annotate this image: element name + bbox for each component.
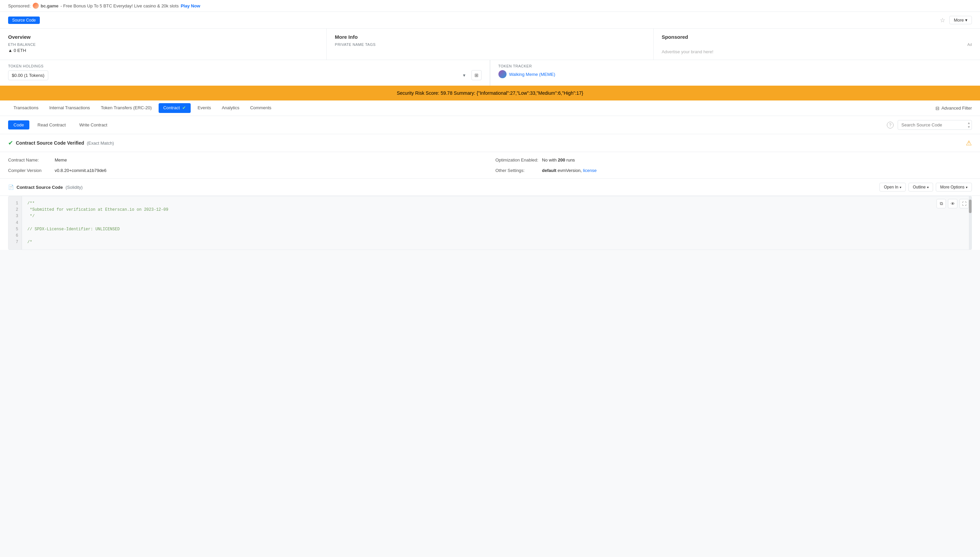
tab-events[interactable]: Events: [192, 101, 216, 116]
more-options-button[interactable]: More Options ▾: [936, 183, 972, 192]
search-arrow-up[interactable]: ▲: [967, 121, 970, 125]
filter-icon: ⊟: [936, 106, 939, 111]
copy-icon: ⧉: [940, 201, 943, 206]
contract-name-value: Meme: [55, 158, 67, 163]
sponsored-bar: Sponsored: bc.game - Free Bonus Up To 5 …: [0, 0, 980, 12]
ad-text: Advertise your brand here!: [662, 49, 972, 54]
optimization-value: No with 200 runs: [542, 158, 575, 163]
tab-contract[interactable]: Contract ✔: [158, 103, 191, 113]
sub-tabs-row: Code Read Contract Write Contract ? ▲ ▼: [0, 116, 980, 134]
license-link[interactable]: license: [583, 168, 596, 173]
sub-tab-code[interactable]: Code: [8, 121, 29, 129]
security-banner: Security Risk Score: 59.78 Summary: {"In…: [0, 86, 980, 101]
source-code-actions: Open In ▾ Outline ▾ More Options ▾: [879, 183, 972, 192]
help-icon[interactable]: ?: [887, 122, 893, 129]
main-content: ✔ Contract Source Code Verified (Exact M…: [0, 134, 980, 250]
source-code-badge: Source Code: [8, 16, 40, 24]
sponsored-label: Sponsored:: [8, 3, 31, 8]
tabs-bar: Transactions Internal Transactions Token…: [0, 101, 980, 116]
search-source-wrapper: ▲ ▼: [898, 120, 972, 130]
search-source-input[interactable]: [898, 120, 972, 130]
ad-label: Ad: [662, 42, 972, 47]
more-options-label: More Options: [940, 185, 964, 189]
sponsored-message: - Free Bonus Up To 5 BTC Everyday! Live …: [60, 3, 178, 8]
other-settings-row: Other Settings: default evmVersion, lice…: [495, 168, 972, 173]
token-icon-button[interactable]: ⊞: [472, 70, 482, 80]
token-tracker-card: TOKEN TRACKER Walking Meme (MEME): [490, 60, 980, 86]
more-options-chevron-icon: ▾: [966, 186, 967, 189]
optimization-runs: 200: [558, 158, 565, 163]
advanced-filter-button[interactable]: ⊟ Advanced Filter: [936, 103, 972, 114]
compiler-version-label: Compiler Version: [8, 168, 52, 173]
overview-card: Overview ETH BALANCE ▲ 0 ETH: [0, 29, 327, 60]
sub-tab-write-contract[interactable]: Write Contract: [74, 121, 113, 129]
optimization-suffix: with: [549, 158, 557, 163]
outline-button[interactable]: Outline ▾: [908, 183, 933, 192]
expand-icon: ⛶: [962, 201, 967, 206]
token-holdings-label: TOKEN HOLDINGS: [8, 64, 482, 68]
eth-balance-value: ▲ 0 ETH: [8, 48, 318, 53]
search-arrows: ▲ ▼: [967, 121, 970, 129]
eth-balance-label: ETH BALANCE: [8, 42, 318, 47]
tab-contract-label: Contract: [163, 105, 180, 110]
token-name-link[interactable]: Walking Meme (MEME): [509, 72, 555, 77]
more-button[interactable]: More ▾: [949, 16, 972, 24]
sponsored-card: Sponsored Ad Advertise your brand here!: [654, 29, 980, 60]
tab-transactions-label: Transactions: [13, 105, 38, 110]
tab-internal-transactions[interactable]: Internal Transactions: [44, 101, 95, 116]
source-code-title-text: Contract Source Code: [16, 185, 63, 190]
more-label: More: [954, 18, 964, 23]
tab-comments[interactable]: Comments: [245, 101, 277, 116]
other-settings-label: Other Settings:: [495, 168, 539, 173]
outline-label: Outline: [913, 185, 926, 189]
warning-icon: ⚠: [966, 139, 972, 147]
scrollbar-track: [969, 196, 972, 249]
sub-tab-read-contract[interactable]: Read Contract: [32, 121, 71, 129]
tab-token-transfers[interactable]: Token Transfers (ERC-20): [95, 101, 157, 116]
sub-tab-write-contract-label: Write Contract: [79, 122, 107, 127]
play-now-link[interactable]: Play Now: [181, 3, 200, 8]
top-nav: Source Code ☆ More ▾: [0, 12, 980, 29]
source-code-title: 📄 Contract Source Code (Solidity): [8, 184, 83, 190]
verified-check-icon: ✔: [8, 139, 13, 147]
overview-title: Overview: [8, 34, 318, 40]
token-select[interactable]: $0.00 (1 Tokens): [8, 70, 48, 80]
code-line-2: *Submitted for verification at Etherscan…: [27, 207, 966, 213]
search-arrow-down[interactable]: ▼: [967, 125, 970, 129]
security-text: Security Risk Score: 59.78 Summary: {"In…: [397, 90, 583, 96]
tab-comments-label: Comments: [250, 105, 271, 110]
private-name-tags-label: PRIVATE NAME TAGS: [335, 42, 645, 47]
sub-tab-read-contract-label: Read Contract: [38, 122, 66, 127]
outline-chevron-icon: ▾: [927, 186, 929, 189]
sponsored-card-title: Sponsored: [662, 34, 972, 40]
contract-name-label: Contract Name:: [8, 158, 52, 163]
tab-transactions[interactable]: Transactions: [8, 101, 44, 116]
bc-icon: [33, 3, 39, 9]
expand-button[interactable]: ⛶: [959, 199, 969, 208]
top-nav-right: ☆ More ▾: [940, 16, 972, 24]
code-line-3: */: [27, 213, 966, 220]
verified-left: ✔ Contract Source Code Verified (Exact M…: [8, 139, 114, 147]
contract-details: Contract Name: Meme Optimization Enabled…: [0, 152, 980, 179]
optimization-runs-suffix: runs: [566, 158, 575, 163]
sub-tabs-group: Code Read Contract Write Contract: [8, 121, 113, 129]
token-row: TOKEN HOLDINGS $0.00 (1 Tokens) ⊞ TOKEN …: [0, 60, 980, 86]
tab-events-label: Events: [198, 105, 211, 110]
more-info-card: More Info PRIVATE NAME TAGS: [327, 29, 653, 60]
eye-button[interactable]: 👁: [948, 199, 957, 208]
scrollbar-thumb[interactable]: [969, 200, 972, 213]
optimization-row: Optimization Enabled: No with 200 runs: [495, 158, 972, 163]
tab-token-transfers-label: Token Transfers (ERC-20): [101, 105, 152, 110]
tab-analytics[interactable]: Analytics: [216, 101, 245, 116]
copy-button[interactable]: ⧉: [936, 199, 946, 208]
more-info-title: More Info: [335, 34, 645, 40]
compiler-version-row: Compiler Version v0.8.20+commit.a1b79de6: [8, 168, 485, 173]
contract-checkmark: ✔: [182, 105, 186, 110]
code-area: ⧉ 👁 ⛶ 1 2 3 4 5 6 7 /** *Submitted for v…: [8, 196, 972, 250]
open-in-button[interactable]: Open In ▾: [879, 183, 906, 192]
search-source-row: ? ▲ ▼: [887, 120, 972, 130]
star-button[interactable]: ☆: [940, 16, 945, 24]
tabs-list: Transactions Internal Transactions Token…: [8, 101, 277, 116]
code-line-4: [27, 220, 966, 226]
other-settings-value: default evmVersion, license: [542, 168, 597, 173]
